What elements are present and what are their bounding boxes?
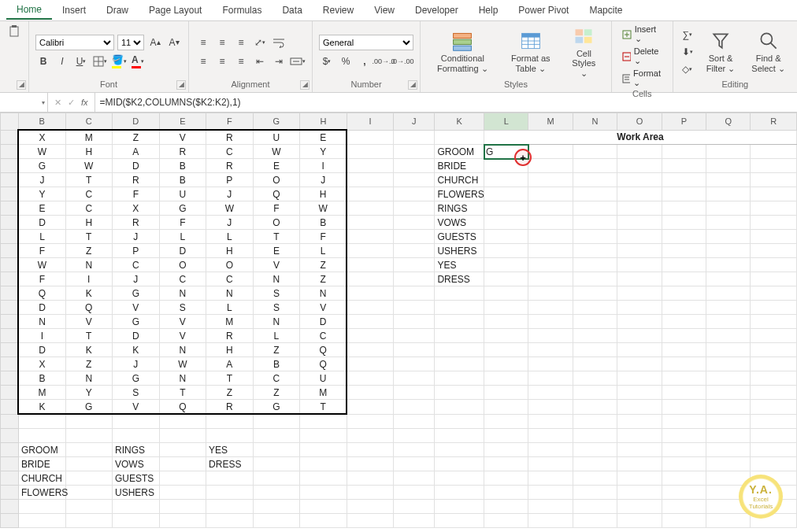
- cell[interactable]: GROOM: [18, 443, 65, 457]
- cell[interactable]: [528, 357, 573, 371]
- cell[interactable]: [347, 301, 394, 315]
- cell[interactable]: [394, 258, 435, 272]
- cell[interactable]: [706, 514, 751, 528]
- cell[interactable]: I: [18, 329, 65, 343]
- cell[interactable]: [435, 329, 484, 343]
- cell[interactable]: [159, 457, 206, 471]
- cell[interactable]: USHERS: [435, 244, 484, 258]
- cell[interactable]: [484, 216, 528, 230]
- cell[interactable]: R: [206, 400, 254, 415]
- cell[interactable]: [435, 429, 484, 443]
- cell[interactable]: [528, 286, 573, 301]
- cell[interactable]: [662, 514, 706, 528]
- cell[interactable]: [484, 500, 528, 514]
- cell[interactable]: [300, 471, 347, 486]
- cell[interactable]: [751, 159, 797, 173]
- cell[interactable]: D: [159, 244, 206, 258]
- cell[interactable]: [706, 216, 751, 230]
- cell[interactable]: [706, 386, 751, 400]
- cell[interactable]: YES: [206, 443, 254, 457]
- cell[interactable]: O: [159, 258, 206, 272]
- cell[interactable]: [484, 343, 528, 357]
- cell[interactable]: [706, 258, 751, 272]
- cell[interactable]: [573, 216, 617, 230]
- cell[interactable]: [617, 244, 662, 258]
- cell[interactable]: [253, 471, 300, 486]
- alignment-dialog-launcher[interactable]: ◢: [300, 80, 310, 90]
- cell[interactable]: F: [18, 272, 65, 286]
- cell[interactable]: [528, 471, 573, 486]
- cell[interactable]: [484, 244, 528, 258]
- cell[interactable]: [300, 457, 347, 471]
- cell[interactable]: BRIDE: [435, 159, 484, 173]
- cell[interactable]: Q: [65, 301, 113, 315]
- cell[interactable]: [662, 159, 706, 173]
- cell[interactable]: J: [300, 173, 347, 187]
- cell[interactable]: [528, 258, 573, 272]
- row-header[interactable]: [1, 457, 19, 471]
- cell[interactable]: X: [113, 201, 160, 216]
- column-header-H[interactable]: H: [300, 113, 347, 131]
- cell[interactable]: I: [300, 159, 347, 173]
- cell[interactable]: [347, 371, 394, 386]
- cell[interactable]: H: [65, 216, 113, 230]
- cell[interactable]: F: [159, 216, 206, 230]
- find-select-button[interactable]: Find & Select ⌄: [746, 28, 791, 74]
- cell[interactable]: [751, 315, 797, 329]
- fill-color-button[interactable]: 🪣▾: [111, 54, 127, 69]
- cell[interactable]: W: [18, 258, 65, 272]
- cell[interactable]: [751, 286, 797, 301]
- cell[interactable]: [751, 343, 797, 357]
- cell[interactable]: [394, 145, 435, 159]
- cell[interactable]: [347, 286, 394, 301]
- cell[interactable]: [206, 500, 254, 514]
- cell[interactable]: B: [300, 216, 347, 230]
- align-top-button[interactable]: ≡: [195, 35, 211, 50]
- cell[interactable]: [617, 201, 662, 216]
- cell[interactable]: O: [206, 258, 254, 272]
- cell[interactable]: [617, 173, 662, 187]
- cell[interactable]: L: [300, 244, 347, 258]
- cell[interactable]: G: [253, 400, 300, 415]
- cell[interactable]: [253, 443, 300, 457]
- cell[interactable]: [394, 173, 435, 187]
- cell[interactable]: [528, 230, 573, 244]
- cell[interactable]: [394, 457, 435, 471]
- cell[interactable]: [573, 244, 617, 258]
- cell[interactable]: L: [18, 230, 65, 244]
- cell[interactable]: [528, 329, 573, 343]
- cell[interactable]: [484, 386, 528, 400]
- fill-button[interactable]: ⬇▾: [680, 44, 695, 60]
- clear-button[interactable]: ◇▾: [680, 61, 695, 77]
- cell[interactable]: [751, 371, 797, 386]
- cell[interactable]: [573, 471, 617, 486]
- cell[interactable]: J: [206, 187, 254, 201]
- cell[interactable]: [484, 272, 528, 286]
- row-header[interactable]: [1, 258, 19, 272]
- cell[interactable]: [484, 443, 528, 457]
- cell[interactable]: G: [113, 315, 160, 329]
- cell[interactable]: [662, 400, 706, 415]
- cell[interactable]: N: [300, 286, 347, 301]
- cell[interactable]: [394, 371, 435, 386]
- cell[interactable]: [253, 429, 300, 443]
- cell[interactable]: [573, 429, 617, 443]
- row-header[interactable]: [1, 429, 19, 443]
- select-all-corner[interactable]: [1, 113, 19, 131]
- cell[interactable]: G: [113, 286, 160, 301]
- column-header-K[interactable]: K: [435, 113, 484, 131]
- row-header[interactable]: [1, 329, 19, 343]
- cell[interactable]: [662, 286, 706, 301]
- cell[interactable]: C: [113, 258, 160, 272]
- cell[interactable]: RINGS: [113, 443, 160, 457]
- cell[interactable]: [394, 187, 435, 201]
- cell[interactable]: [206, 414, 254, 429]
- cell[interactable]: [751, 230, 797, 244]
- cell[interactable]: H: [206, 343, 254, 357]
- cell[interactable]: [706, 357, 751, 371]
- column-header-I[interactable]: I: [347, 113, 394, 131]
- cell[interactable]: [528, 414, 573, 429]
- decrease-decimal-button[interactable]: .0→.00: [395, 54, 410, 69]
- cell[interactable]: [573, 315, 617, 329]
- cell[interactable]: [347, 500, 394, 514]
